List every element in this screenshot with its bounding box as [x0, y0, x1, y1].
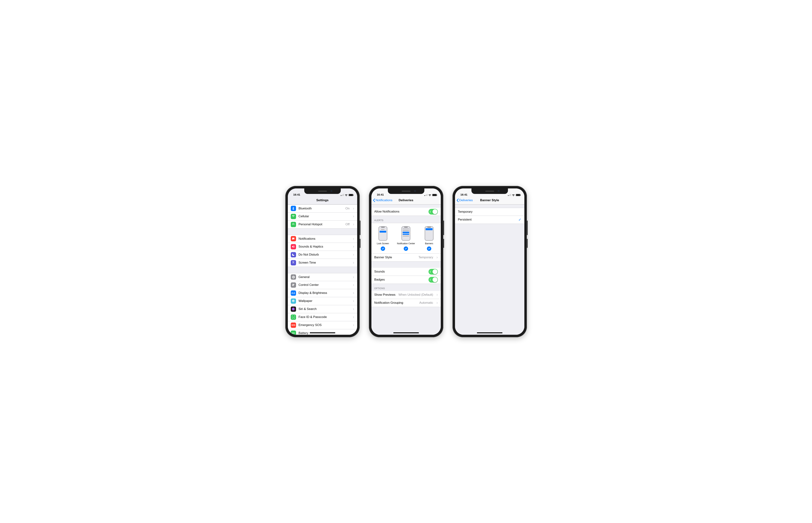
notificationcenter-check[interactable]	[404, 247, 408, 251]
sounds-row[interactable]: Sounds	[371, 268, 441, 276]
badges-row[interactable]: Badges	[371, 276, 441, 284]
banner-style-label: Banner Style	[374, 256, 416, 259]
chevron-right-icon: ›	[353, 299, 354, 303]
back-button[interactable]: Deliveries	[457, 197, 473, 204]
settings-row-general[interactable]: General›	[288, 273, 357, 281]
home-indicator[interactable]	[393, 332, 419, 333]
alerts-header: ALERTS	[371, 216, 441, 223]
settings-row-wallpaper[interactable]: Wallpaper›	[288, 297, 357, 305]
settings-row-label: Notifications	[299, 237, 350, 240]
options-header: OPTIONS	[371, 284, 441, 291]
navbar: Notifications Deliveries	[371, 197, 441, 204]
device-notch	[472, 188, 508, 194]
settings-row-label: Personal Hotspot	[299, 222, 343, 226]
home-indicator[interactable]	[477, 332, 502, 333]
settings-row-label: Do Not Disturb	[299, 253, 350, 256]
notification-grouping-value: Automatic	[419, 301, 433, 305]
settings-row-label: Siri & Search	[299, 307, 350, 311]
lockscreen-check[interactable]	[381, 247, 385, 251]
siri-icon	[291, 306, 296, 312]
settings-row-sos[interactable]: SOSEmergency SOS›	[288, 321, 357, 329]
settings-row-value: Off	[346, 222, 350, 226]
notification-grouping-row[interactable]: Notification Grouping Automatic ›	[371, 299, 441, 307]
settings-row-cellular[interactable]: Cellular›	[288, 213, 357, 220]
signal-icon	[508, 194, 511, 196]
settings-row-display[interactable]: AADisplay & Brightness›	[288, 289, 357, 297]
chevron-right-icon: ›	[353, 245, 354, 249]
device-notch	[304, 188, 341, 194]
back-label: Deliveries	[459, 198, 473, 202]
settings-row-screentime[interactable]: Screen Time›	[288, 259, 357, 267]
notification-settings[interactable]: Allow Notifications ALERTS 09:41 Lock Sc…	[371, 204, 441, 335]
navbar: Deliveries Banner Style	[455, 197, 524, 204]
badges-toggle[interactable]	[428, 277, 438, 283]
lockscreen-preview: 09:41	[378, 227, 387, 240]
option-label: Persistent	[458, 218, 516, 221]
phone-settings: 16:41 Settings BluetoothOn›Cellular›Pers…	[285, 186, 360, 337]
chevron-right-icon: ›	[353, 291, 354, 295]
banners-check[interactable]	[427, 247, 431, 251]
settings-row-label: General	[299, 275, 350, 279]
sounds-label: Sounds	[374, 270, 426, 273]
chevron-right-icon: ›	[436, 293, 438, 297]
navbar: Settings	[288, 197, 357, 204]
alert-option-banners[interactable]: Banners	[418, 227, 440, 251]
lockscreen-label: Lock Screen	[377, 242, 389, 245]
controlcenter-icon	[291, 283, 296, 288]
allow-notifications-row[interactable]: Allow Notifications	[371, 208, 441, 216]
chevron-right-icon: ›	[353, 307, 354, 311]
banner-style-row[interactable]: Banner Style Temporary ›	[371, 254, 441, 262]
home-indicator[interactable]	[310, 332, 335, 333]
show-previews-row[interactable]: Show Previews When Unlocked (Default) ›	[371, 291, 441, 299]
cellular-icon	[291, 214, 296, 219]
sounds-toggle[interactable]	[428, 269, 438, 274]
settings-row-controlcenter[interactable]: Control Center›	[288, 281, 357, 289]
chevron-right-icon: ›	[353, 283, 354, 287]
settings-row-hotspot[interactable]: Personal HotspotOff›	[288, 220, 357, 229]
banners-preview	[425, 227, 434, 240]
settings-row-bluetooth[interactable]: BluetoothOn›	[288, 204, 357, 213]
allow-notifications-toggle[interactable]	[428, 209, 438, 215]
settings-row-notifications[interactable]: Notifications›	[288, 235, 357, 243]
wifi-icon	[345, 194, 348, 196]
wifi-icon	[428, 194, 431, 196]
settings-row-siri[interactable]: Siri & Search›	[288, 305, 357, 313]
chevron-right-icon: ›	[353, 253, 354, 257]
allow-notifications-label: Allow Notifications	[374, 210, 426, 213]
chevron-right-icon: ›	[436, 301, 438, 305]
chevron-right-icon: ›	[436, 255, 438, 259]
page-title: Deliveries	[399, 198, 413, 202]
bluetooth-icon	[291, 206, 296, 211]
battery-icon	[349, 194, 353, 196]
settings-list[interactable]: BluetoothOn›Cellular›Personal HotspotOff…	[288, 204, 357, 335]
alert-option-lockscreen[interactable]: 09:41 Lock Screen	[371, 227, 394, 251]
bannerstyle-option-persistent[interactable]: Persistent✓	[455, 216, 524, 224]
chevron-right-icon: ›	[353, 331, 354, 335]
back-button[interactable]: Notifications	[373, 197, 393, 204]
alert-option-notificationcenter[interactable]: Notification Center	[394, 227, 418, 251]
status-time: 16:41	[377, 193, 384, 196]
banners-label: Banners	[425, 242, 433, 245]
chevron-right-icon: ›	[353, 214, 354, 218]
settings-row-sounds[interactable]: Sounds & Haptics›	[288, 243, 357, 251]
settings-row-dnd[interactable]: Do Not Disturb›	[288, 251, 357, 259]
settings-row-label: Face ID & Passcode	[299, 315, 350, 319]
chevron-right-icon: ›	[353, 261, 354, 265]
settings-row-battery[interactable]: Battery›	[288, 329, 357, 335]
settings-row-label: Control Center	[299, 283, 350, 287]
settings-row-label: Wallpaper	[299, 299, 350, 303]
alert-styles: 09:41 Lock Screen Notification Center	[371, 223, 441, 254]
battery-icon	[516, 194, 520, 196]
status-time: 16:41	[460, 193, 467, 196]
settings-row-label: Emergency SOS	[299, 323, 350, 327]
wallpaper-icon	[291, 299, 296, 304]
bannerstyle-options[interactable]: TemporaryPersistent✓	[455, 204, 524, 335]
notificationcenter-preview	[402, 227, 410, 240]
option-label: Temporary	[458, 210, 522, 214]
notificationcenter-label: Notification Center	[397, 242, 415, 245]
show-previews-value: When Unlocked (Default)	[399, 293, 433, 296]
settings-row-faceid[interactable]: Face ID & Passcode›	[288, 313, 357, 321]
faceid-icon	[291, 314, 296, 320]
bannerstyle-option-temporary[interactable]: Temporary	[455, 208, 524, 216]
notification-grouping-label: Notification Grouping	[374, 301, 417, 305]
